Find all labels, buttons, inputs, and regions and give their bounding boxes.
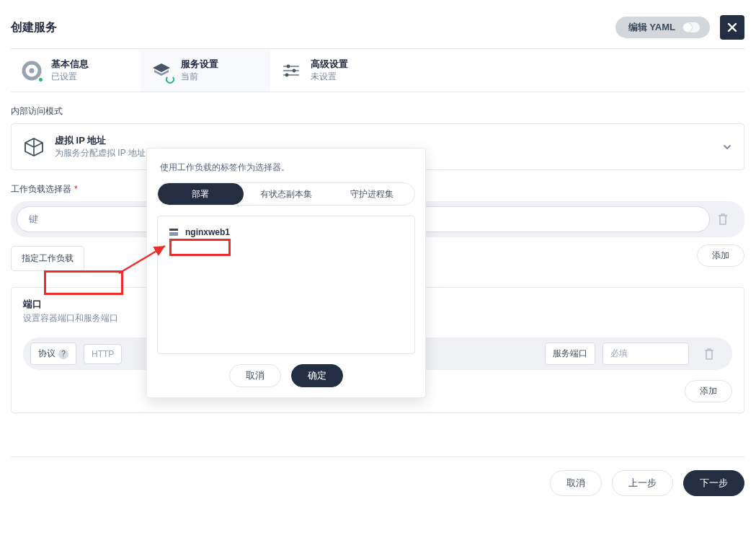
- specify-workload-button[interactable]: 指定工作负载: [11, 246, 84, 271]
- edit-yaml-label: 编辑 YAML: [628, 21, 675, 34]
- svg-point-8: [285, 73, 289, 76]
- workload-item-name: nginxweb1: [185, 227, 230, 237]
- svg-point-7: [293, 69, 296, 72]
- close-button[interactable]: [720, 15, 744, 40]
- step-basic[interactable]: 基本信息 已设置: [11, 49, 141, 92]
- trash-icon: [717, 213, 729, 226]
- next-button[interactable]: 下一步: [683, 470, 744, 496]
- tab-deployment[interactable]: 部署: [158, 183, 244, 205]
- popover-desc: 使用工作负载的标签作为选择器。: [160, 162, 412, 174]
- cube-icon: [23, 136, 45, 158]
- add-selector-button[interactable]: 添加: [697, 244, 744, 267]
- step-advanced-icon: [280, 60, 302, 81]
- popover-cancel-button[interactable]: 取消: [229, 364, 281, 387]
- edit-yaml-toggle[interactable]: 编辑 YAML: [615, 17, 710, 38]
- step-service-icon: [151, 60, 172, 81]
- workload-item[interactable]: nginxweb1: [165, 224, 407, 241]
- popover-ok-button[interactable]: 确定: [291, 364, 343, 387]
- toggle-off-icon: [682, 22, 700, 32]
- protocol-select[interactable]: HTTP: [84, 344, 122, 364]
- protocol-label-text: 协议: [38, 348, 55, 360]
- delete-port-button[interactable]: [703, 348, 718, 361]
- step-basic-icon: [21, 60, 43, 81]
- annotation-arrow-icon: [112, 236, 177, 279]
- svg-point-2: [166, 75, 174, 84]
- tab-statefulset[interactable]: 有状态副本集: [244, 183, 329, 205]
- step-service[interactable]: 服务设置 当前: [141, 49, 270, 92]
- progress-ring-icon: [166, 75, 174, 84]
- add-port-button[interactable]: 添加: [685, 380, 732, 402]
- step-basic-title: 基本信息: [51, 58, 89, 71]
- svg-point-6: [287, 64, 290, 68]
- svg-rect-9: [169, 229, 178, 231]
- svc-port-input[interactable]: 必填: [602, 343, 689, 365]
- modal-title: 创建服务: [11, 20, 57, 35]
- check-dot-icon: [37, 76, 44, 83]
- delete-selector-button[interactable]: [717, 213, 731, 226]
- step-service-sub: 当前: [181, 71, 218, 83]
- modal-header: 创建服务 编辑 YAML: [11, 11, 744, 48]
- step-basic-sub: 已设置: [51, 71, 89, 83]
- access-mode-label: 内部访问模式: [11, 105, 744, 118]
- selector-label-text: 工作负载选择器: [11, 184, 71, 194]
- trash-icon: [703, 348, 715, 361]
- close-icon: [726, 22, 738, 33]
- prev-button[interactable]: 上一步: [612, 470, 673, 496]
- svg-line-11: [119, 246, 165, 273]
- tab-daemonset[interactable]: 守护进程集: [329, 183, 414, 205]
- workload-popover: 使用工作负载的标签作为选择器。 部署 有状态副本集 守护进程集 nginxweb…: [146, 148, 426, 398]
- required-mark: *: [74, 184, 78, 194]
- protocol-label: 协议 ?: [30, 343, 76, 365]
- wizard-steps: 基本信息 已设置 服务设置 当前 高级设置 未设置: [11, 48, 744, 92]
- step-advanced-sub: 未设置: [311, 71, 348, 83]
- svc-port-label: 服务端口: [545, 343, 595, 365]
- access-mode-title: 虚拟 IP 地址: [55, 134, 146, 147]
- help-icon[interactable]: ?: [58, 349, 68, 359]
- workload-type-tabs: 部署 有状态副本集 守护进程集: [157, 182, 415, 206]
- cancel-button[interactable]: 取消: [550, 470, 602, 496]
- access-mode-sub: 为服务分配虚拟 IP 地址: [55, 147, 146, 159]
- wizard-footer: 取消 上一步 下一步: [11, 456, 744, 496]
- step-service-title: 服务设置: [181, 58, 218, 71]
- step-advanced[interactable]: 高级设置 未设置: [270, 49, 400, 92]
- svg-point-1: [30, 68, 35, 73]
- step-advanced-title: 高级设置: [311, 58, 348, 71]
- chevron-down-icon: [722, 142, 732, 152]
- workload-list: nginxweb1: [157, 216, 415, 354]
